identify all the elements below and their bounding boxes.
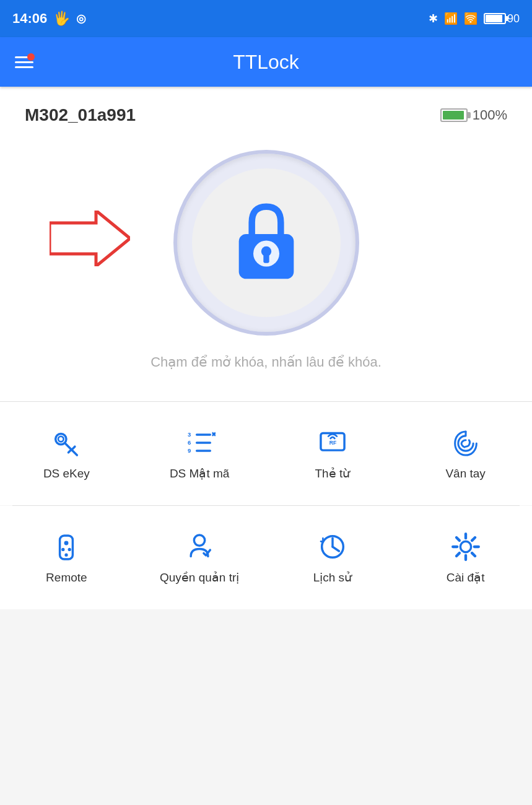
hand-icon: 🖐: [53, 11, 70, 27]
svg-text:RF: RF: [329, 440, 337, 446]
svg-line-37: [472, 537, 475, 541]
grid-item-card[interactable]: RF Thẻ từ: [266, 414, 399, 493]
svg-text:6: 6: [188, 439, 191, 446]
settings-label: Cài đặt: [447, 570, 485, 585]
fingerprint-label: Vân tay: [445, 467, 485, 481]
svg-line-38: [456, 553, 460, 556]
app-header: TTLock: [0, 37, 532, 87]
svg-point-22: [64, 541, 69, 545]
grid-item-password[interactable]: 3 6 9 DS Mật mã: [133, 414, 266, 493]
svg-point-6: [58, 436, 64, 442]
svg-text:9: 9: [188, 447, 191, 454]
grid-item-admin[interactable]: Quyền quản trị: [133, 518, 266, 597]
svg-line-36: [472, 553, 475, 556]
history-label: Lịch sử: [313, 570, 352, 585]
circle-icon: ◎: [76, 12, 86, 25]
fingerprint-icon: [450, 427, 482, 459]
device-name: M302_01a991: [25, 105, 136, 125]
grid-item-history[interactable]: Lịch sử: [266, 518, 399, 597]
password-icon: 3 6 9: [183, 427, 216, 459]
card-label: Thẻ từ: [315, 466, 351, 481]
battery-percent: 90: [507, 12, 520, 25]
lock-icon: [223, 199, 310, 286]
history-icon: [316, 531, 349, 563]
grid-item-fingerprint[interactable]: Vân tay: [399, 414, 532, 493]
remote-icon: [50, 531, 82, 564]
main-content: M302_01a991 100%: [0, 87, 532, 401]
svg-marker-0: [50, 211, 130, 266]
device-battery-label: 100%: [473, 107, 507, 123]
remote-label: Remote: [46, 571, 87, 585]
svg-point-23: [62, 547, 65, 550]
lock-circle-inner: [192, 168, 341, 317]
menu-notification-dot: [27, 53, 35, 61]
wifi-icon: 🛜: [464, 12, 477, 25]
bottom-grid-row2: Remote Quyền quản trị Lịch sử: [0, 506, 532, 609]
device-battery: 100%: [440, 107, 507, 123]
battery-fill: [486, 15, 502, 22]
svg-line-35: [456, 537, 460, 541]
svg-point-30: [460, 541, 471, 552]
bottom-grid: DS eKey 3 6 9 DS Mật mã RF Thẻ từ: [0, 402, 532, 505]
settings-icon: [450, 531, 482, 563]
bluetooth-icon: ✱: [429, 12, 438, 25]
svg-line-8: [72, 446, 75, 450]
status-right: ✱ 📶 🛜 90: [429, 12, 520, 25]
arrow-container: [50, 211, 130, 269]
unlock-hint-text: Chạm để mở khóa, nhấn lâu để khóa.: [150, 354, 382, 370]
svg-text:3: 3: [188, 431, 191, 438]
svg-line-29: [333, 547, 339, 551]
grid-item-remote[interactable]: Remote: [0, 518, 133, 597]
ekey-icon: [50, 427, 82, 459]
battery-indicator: 90: [484, 12, 520, 25]
unlock-hint: Chạm để mở khóa, nhấn lâu để khóa.: [12, 342, 520, 389]
ekey-label: DS eKey: [43, 467, 90, 481]
svg-point-26: [194, 535, 204, 546]
app-title: TTLock: [233, 51, 299, 74]
admin-icon: [183, 531, 216, 563]
admin-label: Quyền quản trị: [160, 570, 239, 585]
status-left: 14:06 🖐 ◎: [12, 11, 86, 27]
menu-line-2: [15, 61, 33, 63]
password-label: DS Mật mã: [170, 466, 229, 481]
status-time: 14:06: [12, 11, 47, 27]
svg-rect-4: [263, 255, 269, 263]
status-bar: 14:06 🖐 ◎ ✱ 📶 🛜 90: [0, 0, 532, 37]
battery-green-box: [440, 108, 468, 122]
battery-box: [484, 13, 506, 24]
card-icon: RF: [316, 427, 349, 459]
lock-button[interactable]: [173, 150, 359, 336]
device-info: M302_01a991 100%: [12, 105, 520, 125]
svg-point-24: [68, 547, 71, 550]
battery-green-fill: [443, 111, 464, 120]
grid-item-ekey[interactable]: DS eKey: [0, 414, 133, 493]
svg-point-25: [65, 553, 68, 556]
menu-line-3: [15, 66, 33, 68]
signal-icon: 📶: [444, 12, 458, 25]
svg-line-9: [69, 450, 71, 452]
grid-item-settings[interactable]: Cài đặt: [399, 518, 532, 597]
lock-container: [12, 137, 520, 342]
right-arrow-icon: [50, 211, 130, 266]
